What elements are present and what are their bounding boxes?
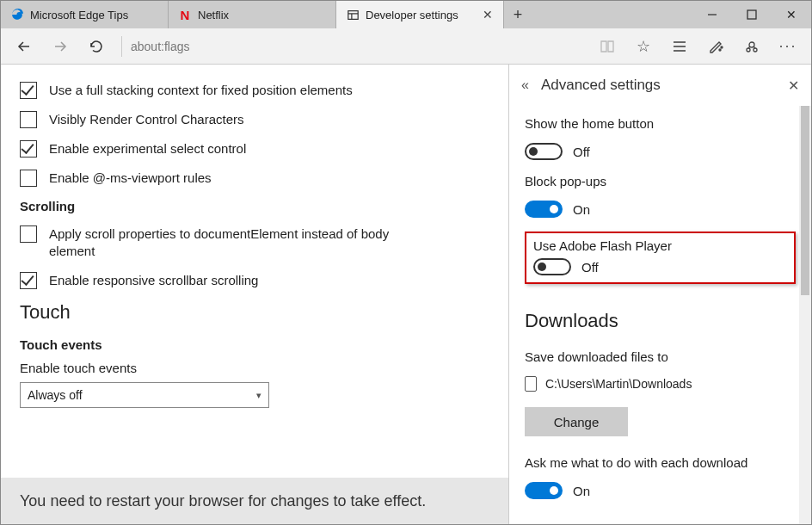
close-window-button[interactable]: ✕ <box>772 1 811 28</box>
flag-label: Visibly Render Control Characters <box>49 111 244 128</box>
checkbox[interactable] <box>20 170 37 187</box>
toggle-state: Off <box>573 145 590 159</box>
touch-events-select[interactable]: Always off ▾ <box>20 382 269 408</box>
tab-label: Developer settings <box>366 9 458 22</box>
askme-label: Ask me what to do with each download <box>525 455 796 470</box>
address-bar[interactable]: about:flags <box>121 36 199 57</box>
edge-icon <box>11 9 23 21</box>
scrollbar-thumb[interactable] <box>801 106 809 295</box>
popups-label: Block pop-ups <box>525 174 796 188</box>
folder-icon <box>525 376 537 392</box>
checkbox[interactable] <box>20 140 37 158</box>
tab-netflix[interactable]: N Netflix <box>169 1 336 28</box>
back-button[interactable] <box>8 30 40 63</box>
chevron-down-icon: ▾ <box>256 390 261 401</box>
touch-events-heading: Touch events <box>20 337 489 352</box>
svg-point-13 <box>747 48 750 52</box>
restart-banner: You need to restart your browser for cha… <box>1 478 508 524</box>
window-controls: ✕ <box>692 1 811 28</box>
home-button-toggle[interactable] <box>525 143 563 160</box>
close-tab-icon[interactable]: ✕ <box>483 8 493 22</box>
toggle-state: On <box>573 202 590 217</box>
svg-point-11 <box>721 46 723 48</box>
tab-edge-tips[interactable]: Microsoft Edge Tips <box>1 1 169 28</box>
svg-line-16 <box>754 46 755 48</box>
flash-highlight-box: Use Adobe Flash Player Off <box>525 232 796 284</box>
flag-label: Apply scroll properties to documentEleme… <box>49 225 398 260</box>
change-button[interactable]: Change <box>525 407 628 436</box>
hub-icon[interactable] <box>663 30 696 63</box>
favorite-icon[interactable]: ☆ <box>627 30 660 63</box>
flag-label: Enable experimental select control <box>49 140 246 158</box>
askme-toggle[interactable] <box>525 482 563 499</box>
flags-page: Use a full stacking context for fixed po… <box>1 65 508 524</box>
notes-icon[interactable] <box>699 30 732 63</box>
downloads-heading: Downloads <box>525 310 796 332</box>
flag-label: Use a full stacking context for fixed po… <box>49 82 353 99</box>
netflix-icon: N <box>179 9 191 21</box>
checkbox[interactable] <box>20 82 37 99</box>
checkbox[interactable] <box>20 225 37 243</box>
download-path: C:\Users\Martin\Downloads <box>545 377 692 391</box>
panel-back-icon[interactable]: « <box>521 77 529 93</box>
svg-rect-0 <box>348 10 357 19</box>
advanced-settings-panel: « Advanced settings ✕ Show the home butt… <box>508 65 811 524</box>
reload-button[interactable] <box>80 30 113 63</box>
touch-select-label: Enable touch events <box>20 361 489 375</box>
scrollbar[interactable] <box>799 106 811 524</box>
maximize-button[interactable] <box>732 1 772 28</box>
panel-title: Advanced settings <box>541 77 661 94</box>
browser-window: Microsoft Edge Tips N Netflix Developer … <box>0 0 812 525</box>
title-bar: Microsoft Edge Tips N Netflix Developer … <box>1 1 811 28</box>
reading-view-icon[interactable] <box>591 30 624 63</box>
svg-point-14 <box>754 48 757 52</box>
tab-label: Netflix <box>198 9 229 22</box>
panel-icon <box>347 9 359 21</box>
tab-developer-settings[interactable]: Developer settings ✕ <box>336 1 504 28</box>
more-icon[interactable]: ··· <box>772 30 804 63</box>
minimize-button[interactable] <box>692 1 732 28</box>
home-button-label: Show the home button <box>525 116 796 131</box>
svg-point-10 <box>719 49 721 51</box>
toolbar: about:flags ☆ ··· <box>1 28 811 65</box>
popups-toggle[interactable] <box>525 201 563 218</box>
scrolling-heading: Scrolling <box>20 199 489 213</box>
save-to-label: Save downloaded files to <box>525 349 796 364</box>
toggle-state: Off <box>581 260 599 275</box>
svg-rect-4 <box>747 10 756 19</box>
tab-label: Microsoft Edge Tips <box>30 9 128 22</box>
flash-label: Use Adobe Flash Player <box>533 238 787 253</box>
forward-button[interactable] <box>44 30 77 63</box>
checkbox[interactable] <box>20 272 37 289</box>
new-tab-button[interactable]: + <box>504 1 532 28</box>
svg-line-15 <box>748 46 750 48</box>
checkbox[interactable] <box>20 111 37 128</box>
panel-close-icon[interactable]: ✕ <box>788 77 799 94</box>
toggle-state: On <box>573 484 590 498</box>
flag-label: Enable @-ms-viewport rules <box>49 170 212 187</box>
touch-heading: Touch <box>20 301 489 324</box>
flash-toggle[interactable] <box>533 258 571 275</box>
flag-label: Enable responsive scrollbar scrolling <box>49 272 258 289</box>
share-icon[interactable] <box>735 30 768 63</box>
